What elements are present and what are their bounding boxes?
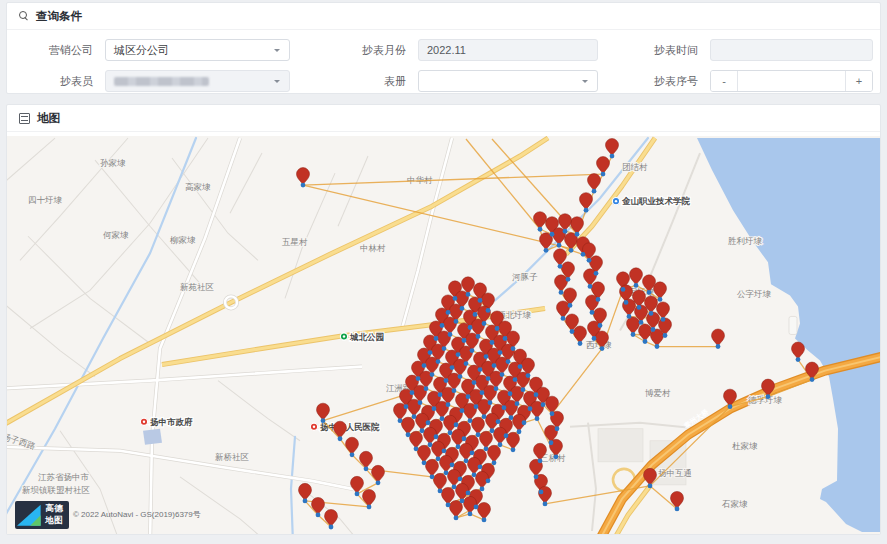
map-pin[interactable] [792, 342, 805, 360]
time-label: 抄表时间 [606, 43, 702, 58]
map-place-label: 杜家埭 [732, 441, 758, 451]
amap-logo-text: 高德地图 [45, 503, 65, 527]
map-pin[interactable] [325, 509, 338, 527]
map-place-label: 中林村 [360, 243, 386, 253]
amap-logo-icon [17, 502, 43, 528]
search-icon [19, 11, 29, 21]
map-pin[interactable] [363, 489, 376, 507]
map-place-label: 五星村 [282, 237, 308, 247]
map-pin[interactable] [334, 421, 347, 439]
company-value: 城区分公司 [114, 43, 169, 58]
map-pin[interactable] [630, 268, 643, 286]
map-place-label: 胜利圩埭 [728, 236, 762, 246]
serial-label: 抄表序号 [606, 74, 702, 89]
map-place-label: 团结村 [622, 162, 648, 172]
map-copyright: © 2022 AutoNavi - GS(2019)6379号 [73, 509, 201, 520]
map-panel: 地图 泰州大桥孙家埭四十圩埭何家埭高家埭柳家埭新苑社区中华村五星村中林村河豚子顶… [6, 104, 881, 535]
map-place-label: 江苏省扬中市 [38, 472, 89, 482]
poi-label: 金山职业技术学院 [621, 196, 690, 206]
map-pin[interactable] [360, 451, 373, 469]
time-input[interactable] [710, 39, 873, 61]
serial-input[interactable] [738, 71, 845, 91]
query-form: 营销公司 城区分公司 抄表月份 2022.11 抄表时间 抄表员 表册 抄表序号 [7, 30, 880, 92]
map-pin[interactable] [507, 432, 520, 450]
map-place-label: 石家埭 [722, 499, 748, 509]
month-label: 抄表月份 [298, 43, 410, 58]
map-place-label: 四十圩埭 [28, 195, 62, 205]
map-pin[interactable] [317, 403, 330, 421]
map-place-label: 博爱村 [645, 388, 671, 398]
map-place-label: 河豚子 [512, 272, 538, 282]
query-panel-title: 查询条件 [36, 9, 82, 24]
map-place-label: 柳家埭 [170, 235, 196, 245]
river [291, 437, 295, 534]
map-pin[interactable] [372, 465, 385, 483]
map-attribution: 高德地图 © 2022 AutoNavi - GS(2019)6379号 [15, 501, 201, 529]
reader-redacted-value [114, 77, 209, 86]
amap-logo-badge[interactable]: 高德地图 [15, 501, 69, 529]
map-pin[interactable] [574, 326, 587, 344]
serial-decrement-button[interactable]: - [711, 71, 738, 91]
map-pin[interactable] [712, 329, 725, 347]
map-pin[interactable] [346, 437, 359, 455]
map-pin[interactable] [539, 486, 552, 504]
map-place-label: 高家埭 [185, 182, 211, 192]
map-pin[interactable] [299, 483, 312, 501]
reader-label: 抄表员 [15, 74, 97, 89]
book-select[interactable] [418, 70, 598, 92]
map-pin[interactable] [571, 217, 584, 235]
map-place-label: 新苑社区 [180, 282, 214, 292]
map-pin[interactable] [534, 212, 547, 230]
map-pin[interactable] [671, 491, 684, 509]
map-pin[interactable] [606, 139, 619, 157]
map-svg[interactable]: 泰州大桥孙家埭四十圩埭何家埭高家埭柳家埭新苑社区中华村五星村中林村河豚子顶北圩埭… [7, 136, 880, 534]
company-label: 营销公司 [15, 43, 97, 58]
map-pin[interactable] [297, 168, 310, 186]
month-input[interactable]: 2022.11 [418, 39, 598, 61]
map-pin[interactable] [627, 317, 640, 335]
poi-label: 城北公园 [349, 332, 384, 342]
map-place-label: 公字圩埭 [737, 289, 771, 299]
map-panel-title: 地图 [37, 111, 60, 126]
map-section-icon [19, 113, 30, 124]
map-place-label: 德孚圩埭 [748, 395, 782, 405]
reader-select[interactable] [105, 70, 290, 92]
map-pin[interactable] [488, 445, 501, 463]
map-panel-header: 地图 [7, 105, 880, 132]
app-page: 查询条件 营销公司 城区分公司 抄表月份 2022.11 抄表时间 抄表员 表册 [0, 0, 887, 544]
serial-increment-button[interactable]: + [845, 71, 872, 91]
map-place-label: 新桥社区 [215, 452, 249, 462]
map-canvas[interactable]: 泰州大桥孙家埭四十圩埭何家埭高家埭柳家埭新苑社区中华村五星村中林村河豚子顶北圩埭… [7, 136, 880, 534]
book-label: 表册 [298, 74, 410, 89]
query-panel: 查询条件 营销公司 城区分公司 抄表月份 2022.11 抄表时间 抄表员 表册 [6, 2, 881, 94]
poi-label: 扬中市政府 [149, 417, 193, 427]
map-pin[interactable] [312, 497, 325, 515]
company-select[interactable]: 城区分公司 [105, 39, 290, 61]
query-panel-header: 查询条件 [7, 3, 880, 30]
map-pin[interactable] [597, 157, 610, 175]
map-place-label: 孙家埭 [100, 158, 126, 168]
map-place-label: 何家埭 [102, 230, 129, 240]
month-value: 2022.11 [427, 44, 466, 56]
serial-stepper: - + [710, 70, 873, 92]
map-pin[interactable] [588, 174, 601, 192]
map-place-label: 新坝镇联盟村社区 [22, 485, 90, 495]
